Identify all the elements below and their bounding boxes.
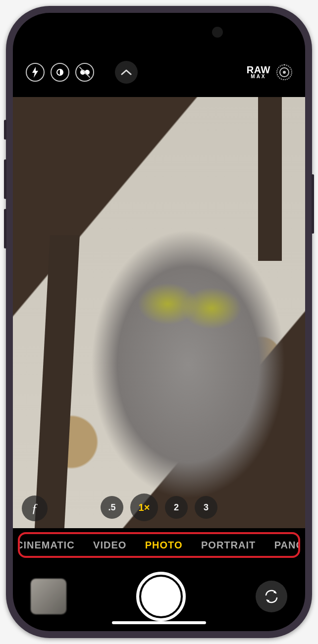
live-photo-toggle[interactable] bbox=[276, 64, 292, 80]
iphone-frame: RAW MAX ƒ .5 1× 2 3 CINEMATIC VID bbox=[6, 6, 312, 638]
mode-label: PANO bbox=[274, 540, 300, 550]
mode-label: CINEMATIC bbox=[18, 540, 75, 550]
flash-toggle[interactable] bbox=[26, 63, 45, 82]
zoom-label: .5 bbox=[108, 502, 115, 513]
raw-toggle[interactable]: RAW MAX bbox=[247, 66, 270, 79]
shutter-row bbox=[13, 562, 305, 631]
screen: RAW MAX ƒ .5 1× 2 3 CINEMATIC VID bbox=[13, 13, 305, 631]
zoom-level-2x[interactable]: 2 bbox=[165, 496, 188, 519]
mode-portrait[interactable]: PORTRAIT bbox=[201, 540, 256, 551]
raw-label-bottom: MAX bbox=[247, 75, 270, 79]
mute-switch bbox=[4, 120, 6, 140]
camera-settings-drawer-button[interactable] bbox=[115, 61, 138, 84]
zoom-control: .5 1× 2 3 bbox=[13, 494, 305, 521]
zoom-level-3x[interactable]: 3 bbox=[195, 496, 217, 519]
mode-label: PHOTO bbox=[145, 540, 183, 550]
volume-down-button bbox=[4, 209, 6, 248]
viewfinder-scene bbox=[13, 97, 305, 528]
power-button bbox=[312, 174, 314, 234]
zoom-label: 1× bbox=[139, 502, 150, 513]
mode-video[interactable]: VIDEO bbox=[93, 540, 126, 551]
mode-selector-container: CINEMATIC VIDEO PHOTO PORTRAIT PANO bbox=[13, 528, 305, 562]
mode-label: PORTRAIT bbox=[201, 540, 256, 550]
mode-label: VIDEO bbox=[93, 540, 126, 550]
night-mode-icon bbox=[54, 67, 65, 78]
zoom-label: 3 bbox=[204, 502, 209, 513]
shutter-button[interactable] bbox=[136, 572, 186, 621]
camera-viewfinder[interactable]: ƒ .5 1× 2 3 bbox=[13, 97, 305, 528]
night-mode-toggle[interactable] bbox=[51, 63, 69, 82]
home-indicator[interactable] bbox=[112, 621, 206, 624]
zoom-label: 2 bbox=[174, 502, 179, 513]
chevron-up-icon bbox=[121, 69, 132, 76]
mode-cinematic[interactable]: CINEMATIC bbox=[18, 540, 75, 551]
mode-selector-highlight: CINEMATIC VIDEO PHOTO PORTRAIT PANO bbox=[18, 532, 300, 558]
zoom-level-0-5x[interactable]: .5 bbox=[101, 496, 123, 519]
live-photo-off-toggle[interactable] bbox=[75, 63, 94, 82]
camera-top-controls: RAW MAX bbox=[13, 48, 305, 97]
volume-up-button bbox=[4, 159, 6, 199]
zoom-level-1x[interactable]: 1× bbox=[130, 494, 158, 521]
mode-photo[interactable]: PHOTO bbox=[145, 540, 183, 551]
flash-icon bbox=[31, 67, 39, 78]
flip-camera-button[interactable] bbox=[256, 581, 287, 612]
mode-pano[interactable]: PANO bbox=[274, 540, 300, 551]
flip-camera-icon bbox=[263, 588, 280, 605]
dynamic-island bbox=[117, 22, 201, 43]
last-photo-thumbnail[interactable] bbox=[31, 579, 66, 614]
